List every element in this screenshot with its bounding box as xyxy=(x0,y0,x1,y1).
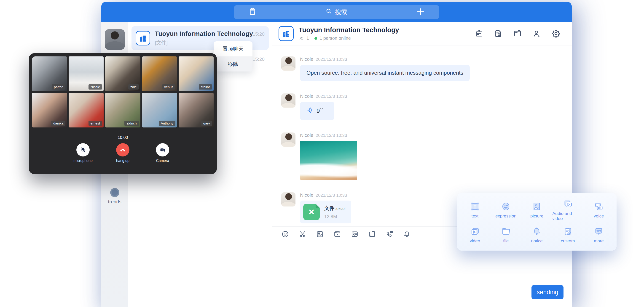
add-button[interactable] xyxy=(416,7,425,17)
popup-item-audio-video[interactable]: Audio and video xyxy=(552,198,583,223)
popup-item-label: Audio and video xyxy=(552,211,583,221)
chat-header-actions xyxy=(475,29,560,38)
call-timer: 10:00 xyxy=(32,135,214,140)
screenshot-scissors-icon[interactable] xyxy=(299,230,306,238)
participant-name: ernest xyxy=(88,121,102,126)
avatar[interactable] xyxy=(281,56,296,71)
chat-title: Tuoyun Information Technology xyxy=(299,26,399,34)
popup-item-text[interactable]: text xyxy=(460,198,490,223)
trends-label: trends xyxy=(101,199,128,204)
user-avatar[interactable] xyxy=(105,29,125,50)
message-type-popup: text expression picture xyxy=(457,193,616,251)
chat-subrow: 1 1 person online xyxy=(299,36,399,41)
sender-name: Nicole xyxy=(300,132,313,138)
video-clip-icon[interactable] xyxy=(334,230,341,238)
search-icon xyxy=(326,8,332,16)
participant-tile[interactable]: aldrich xyxy=(105,93,140,127)
popup-item-label: picture xyxy=(530,214,544,219)
participant-name: gary xyxy=(201,121,212,126)
popup-item-label: more xyxy=(594,239,604,244)
participant-name: danika xyxy=(51,121,66,126)
folder-icon[interactable] xyxy=(513,29,522,38)
popup-item-more[interactable]: more xyxy=(584,223,614,247)
participant-tile[interactable]: stellar xyxy=(178,56,214,91)
avatar[interactable] xyxy=(281,192,296,207)
members-icon xyxy=(299,36,304,41)
chat-header: Tuoyun Information Technology 1 1 person… xyxy=(272,22,572,45)
sidebar-item-trends[interactable]: trends xyxy=(101,188,128,204)
excel-file-icon: ✕ xyxy=(303,204,320,220)
voice-bubble[interactable]: 9`` xyxy=(300,102,334,120)
popup-item-notice[interactable]: notice xyxy=(522,223,552,247)
participant-tile[interactable]: danika xyxy=(32,93,67,127)
participant-name: venus xyxy=(162,84,176,89)
menu-item-pin-chat[interactable]: 置顶聊天 xyxy=(214,41,252,56)
online-status: 1 person online xyxy=(320,36,351,41)
participant-tile[interactable]: zoie xyxy=(105,56,140,91)
popup-item-expression[interactable]: expression xyxy=(490,198,521,223)
sender-name: Nicole xyxy=(300,93,313,99)
popup-item-label: custom xyxy=(561,239,575,244)
bell-icon[interactable] xyxy=(403,230,411,238)
app-topbar: 搜索 xyxy=(101,2,572,22)
text-bubble[interactable]: Open source, free, and universal instant… xyxy=(300,65,470,81)
member-count: 1 xyxy=(306,36,309,41)
participant-tile[interactable]: venus xyxy=(142,56,177,91)
conversation-time: 15:20 xyxy=(252,56,264,62)
participant-tile[interactable]: gary xyxy=(178,93,214,127)
participant-grid: patton Nicole zoie venus stellar danika … xyxy=(32,56,214,127)
participant-tile[interactable]: Anthony xyxy=(142,93,177,127)
popup-item-label: video xyxy=(470,239,480,244)
camera-button[interactable]: Camera xyxy=(150,143,176,163)
company-icon xyxy=(136,31,150,45)
participant-tile[interactable]: ernest xyxy=(68,93,104,127)
image-attachment-beach[interactable] xyxy=(300,141,357,180)
participant-name: aldrich xyxy=(124,121,138,126)
sender-name: Nicole xyxy=(300,192,313,198)
camera-muted-icon xyxy=(156,143,169,156)
conversation-context-menu: 置顶聊天 移除 xyxy=(214,41,252,71)
avatar[interactable] xyxy=(281,93,296,108)
company-icon xyxy=(278,26,294,41)
video-call-window: patton Nicole zoie venus stellar danika … xyxy=(29,53,217,174)
conversation-time: 15:20 xyxy=(252,31,264,37)
participant-name: Nicole xyxy=(88,84,102,89)
order-list-icon[interactable] xyxy=(248,7,257,17)
popup-item-custom[interactable]: custom xyxy=(552,223,583,247)
hang-up-button[interactable]: hang up xyxy=(110,143,136,163)
image-icon[interactable] xyxy=(316,230,324,238)
file-ext: .excel xyxy=(335,207,345,211)
send-button[interactable]: sending xyxy=(532,285,564,299)
microphone-button[interactable]: microphone xyxy=(70,143,96,163)
menu-item-remove[interactable]: 移除 xyxy=(214,56,252,71)
file-search-icon[interactable] xyxy=(494,29,503,38)
mic-muted-icon xyxy=(76,143,90,156)
video-call-icon[interactable] xyxy=(386,230,393,238)
sender-name: Nicole xyxy=(300,56,313,62)
file-size: 12.8M xyxy=(324,214,345,219)
popup-item-picture[interactable]: picture xyxy=(522,198,552,223)
participant-tile[interactable]: Nicole xyxy=(68,56,104,91)
participant-name: zoie xyxy=(128,84,139,89)
emoji-icon[interactable] xyxy=(281,230,289,238)
settings-icon[interactable] xyxy=(552,29,560,38)
announcement-icon[interactable] xyxy=(475,29,484,38)
chat-panel: Tuoyun Information Technology 1 1 person… xyxy=(272,22,572,307)
avatar[interactable] xyxy=(281,132,296,147)
popup-item-label: file xyxy=(503,239,508,244)
participant-tile[interactable]: patton xyxy=(32,56,67,91)
search-field[interactable]: 搜索 xyxy=(326,8,348,16)
search-bar[interactable]: 搜索 xyxy=(234,5,439,19)
message-time: 2021/12/3 10:33 xyxy=(316,193,347,198)
contact-card-icon[interactable] xyxy=(351,230,358,238)
popup-item-file[interactable]: file xyxy=(490,223,521,247)
add-member-icon[interactable] xyxy=(532,29,541,38)
participant-name: patton xyxy=(52,84,66,89)
popup-item-voice[interactable]: voice xyxy=(584,198,614,223)
popup-item-video[interactable]: video xyxy=(460,223,490,247)
folder-icon[interactable] xyxy=(368,230,376,238)
file-name: 文件 xyxy=(324,205,334,211)
popup-item-label: voice xyxy=(594,214,604,219)
hang-up-icon xyxy=(116,143,130,156)
file-attachment[interactable]: ✕ 文件.excel 12.8M xyxy=(300,201,351,223)
